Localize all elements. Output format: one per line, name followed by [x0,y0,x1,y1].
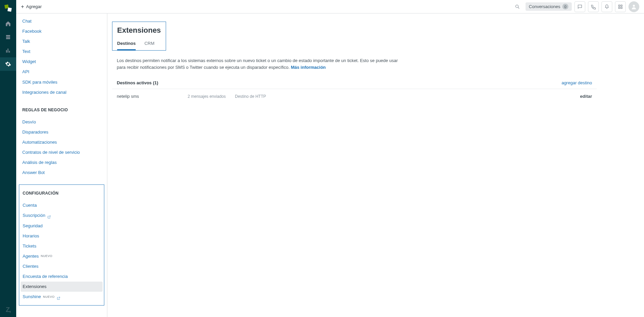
sidebar-item-clientes[interactable]: Clientes [19,261,104,271]
nav-rail: Z, [0,0,16,317]
sidebar-item-extensiones[interactable]: Extensiones [21,282,103,292]
page-header-highlight: Extensiones DestinosCRM [112,22,166,51]
tab-crm[interactable]: CRM [144,41,155,50]
page-title: Extensiones [112,26,161,41]
zendesk-mark-icon[interactable]: Z, [6,306,10,314]
sidebar-item[interactable]: Desvío [16,117,107,127]
more-info-link[interactable]: Más información [291,65,326,70]
topbar: + Agregar Conversaciones 0 [16,0,644,13]
destination-type: Destino de HTTP [235,94,580,99]
apps-button[interactable] [615,1,626,12]
chat-button[interactable] [574,1,585,12]
nav-admin[interactable] [0,57,16,71]
destination-row: netelip sms2 mensajes enviadosDestino de… [112,89,597,104]
sidebar-item-agentes[interactable]: Agentes NUEVO [19,251,104,261]
conversations-button[interactable]: Conversaciones 0 [526,2,572,11]
profile-avatar[interactable] [628,1,639,12]
tab-destinos[interactable]: Destinos [117,41,136,50]
brand-logo[interactable] [5,5,11,11]
page-description: Los destinos permiten notificar a los si… [112,56,412,77]
sidebar-item[interactable]: Análisis de reglas [16,157,107,168]
destination-messages: 2 mensajes enviados [188,94,235,99]
destinations-list-title: Destinos activos (1) [117,80,158,85]
sidebar-item[interactable]: Facebook [16,26,107,36]
sidebar-item[interactable]: Contratos de nivel de servicio [16,147,107,157]
main-content: Extensiones DestinosCRM Los destinos per… [107,13,644,317]
tabs: DestinosCRM [112,41,161,50]
add-destination-link[interactable]: agregar destino [562,80,592,85]
sidebar-item-seguridad[interactable]: Seguridad [19,221,104,231]
sidebar-item-suscripción[interactable]: Suscripción [19,210,104,221]
sidebar-item[interactable]: API [16,67,107,77]
sidebar-item-encuesta-de-referencia[interactable]: Encuesta de referencia [19,271,104,282]
sidebar-item[interactable]: SDK para móviles [16,77,107,87]
sidebar-item[interactable]: Text [16,47,107,57]
external-link-icon [47,214,51,218]
conversations-label: Conversaciones [529,4,560,9]
sidebar-item[interactable]: Automatizaciones [16,137,107,147]
section-configuration: CONFIGURACIÓN [19,185,104,200]
section-business-rules: REGLAS DE NEGOCIO [16,97,107,117]
svg-point-6 [633,5,635,7]
notifications-button[interactable] [601,1,612,12]
svg-point-0 [515,5,518,7]
sidebar-item[interactable]: Talk [16,36,107,47]
sidebar-item-cuenta[interactable]: Cuenta [19,200,104,210]
add-label: Agregar [26,4,42,9]
nav-reports[interactable] [0,44,16,57]
settings-sidebar: ChatFacebookTalkTextWidgetAPISDK para mó… [16,13,107,317]
call-button[interactable] [588,1,599,12]
destination-name: netelip sms [117,94,188,99]
nav-home[interactable] [0,17,16,30]
conversations-count: 0 [562,4,568,9]
svg-line-1 [518,7,519,8]
svg-rect-5 [621,7,622,8]
svg-rect-4 [619,7,620,8]
search-button[interactable] [512,1,523,12]
nav-views[interactable] [0,30,16,44]
edit-link[interactable]: editar [580,94,592,99]
sidebar-item[interactable]: Widget [16,57,107,67]
sidebar-item[interactable]: Answer Bot [16,168,107,178]
sidebar-item[interactable]: Chat [16,16,107,26]
svg-rect-3 [621,5,622,6]
plus-icon: + [21,4,24,9]
sidebar-item[interactable]: Disparadores [16,127,107,137]
configuration-section-highlight: CONFIGURACIÓN CuentaSuscripción Segurida… [19,184,104,306]
sidebar-item[interactable]: Integraciones de canal [16,87,107,97]
sidebar-item-sunshine[interactable]: Sunshine NUEVO [19,292,104,302]
sidebar-item-tickets[interactable]: Tickets [19,241,104,251]
add-button[interactable]: + Agregar [21,4,42,9]
sidebar-item-horarios[interactable]: Horarios [19,231,104,241]
svg-rect-2 [619,5,620,6]
external-link-icon [57,295,60,299]
